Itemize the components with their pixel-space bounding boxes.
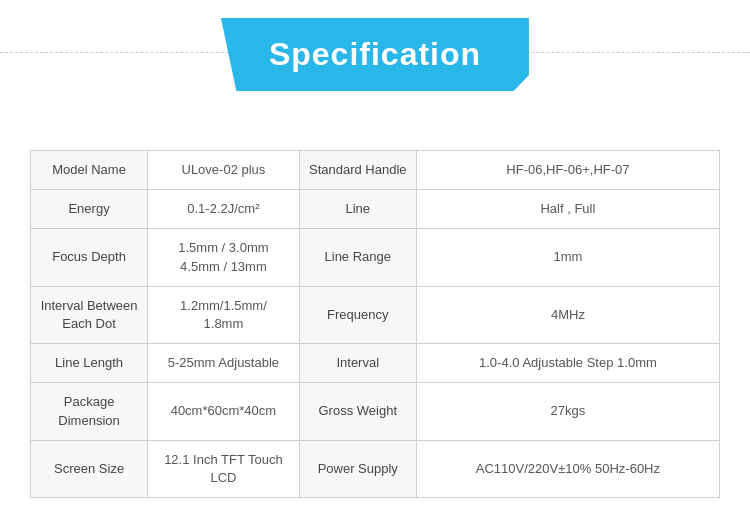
spec-label2-4: Interval <box>299 344 416 383</box>
spec-label-1: Energy <box>31 190 148 229</box>
spec-value2-4: 1.0-4.0 Adjustable Step 1.0mm <box>416 344 719 383</box>
spec-label2-1: Line <box>299 190 416 229</box>
table-row: Interval Between Each Dot1.2mm/1.5mm/ 1.… <box>31 286 720 343</box>
spec-label2-2: Line Range <box>299 229 416 286</box>
spec-value-1: 0.1-2.2J/cm² <box>148 190 300 229</box>
spec-label-3: Interval Between Each Dot <box>31 286 148 343</box>
spec-value2-1: Half , Full <box>416 190 719 229</box>
spec-value-4: 5-25mm Adjustable <box>148 344 300 383</box>
table-row: Focus Depth1.5mm / 3.0mm 4.5mm / 13mmLin… <box>31 229 720 286</box>
spec-label2-6: Power Supply <box>299 440 416 497</box>
table-row: Model NameULove-02 plusStandard HandleHF… <box>31 151 720 190</box>
spec-value2-2: 1mm <box>416 229 719 286</box>
page-wrapper: Specification Model NameULove-02 plusSta… <box>0 0 750 518</box>
table-row: Screen Size12.1 Inch TFT Touch LCDPower … <box>31 440 720 497</box>
spec-value2-3: 4MHz <box>416 286 719 343</box>
spec-label2-0: Standard Handle <box>299 151 416 190</box>
spec-label-6: Screen Size <box>31 440 148 497</box>
spec-value2-0: HF-06,HF-06+,HF-07 <box>416 151 719 190</box>
spec-value-0: ULove-02 plus <box>148 151 300 190</box>
table-wrapper: Model NameULove-02 plusStandard HandleHF… <box>30 150 720 498</box>
table-row: Package Dimension40cm*60cm*40cmGross Wei… <box>31 383 720 440</box>
spec-label2-3: Frequency <box>299 286 416 343</box>
spec-value-3: 1.2mm/1.5mm/ 1.8mm <box>148 286 300 343</box>
spec-label-2: Focus Depth <box>31 229 148 286</box>
table-row: Energy0.1-2.2J/cm²LineHalf , Full <box>31 190 720 229</box>
title-banner: Specification <box>221 18 529 91</box>
spec-value2-6: AC110V/220V±10% 50Hz-60Hz <box>416 440 719 497</box>
spec-value2-5: 27kgs <box>416 383 719 440</box>
spec-label2-5: Gross Weight <box>299 383 416 440</box>
spec-label-4: Line Length <box>31 344 148 383</box>
spec-value-5: 40cm*60cm*40cm <box>148 383 300 440</box>
spec-label-5: Package Dimension <box>31 383 148 440</box>
spec-value-2: 1.5mm / 3.0mm 4.5mm / 13mm <box>148 229 300 286</box>
spec-table: Model NameULove-02 plusStandard HandleHF… <box>30 150 720 498</box>
spec-label-0: Model Name <box>31 151 148 190</box>
table-row: Line Length5-25mm AdjustableInterval1.0-… <box>31 344 720 383</box>
page-title: Specification <box>269 36 481 72</box>
spec-value-6: 12.1 Inch TFT Touch LCD <box>148 440 300 497</box>
